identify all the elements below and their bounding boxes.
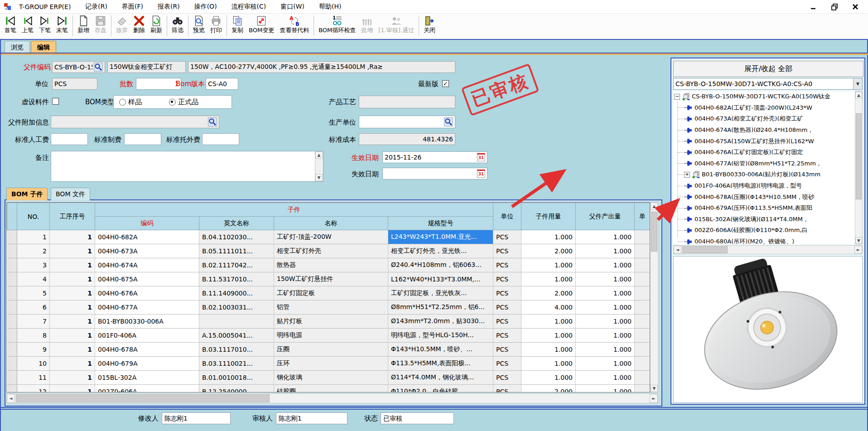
table-row[interactable]: 31004H0-674AB.02.1117042...散热器Ø240.4*H10… xyxy=(7,258,651,272)
table-row[interactable]: 111015BL-302AB.01.0010018...钢化玻璃Ø114*T4.… xyxy=(7,371,651,385)
table-cell[interactable]: PCS xyxy=(493,385,521,393)
remark-textarea[interactable]: ▲ ▼ xyxy=(51,151,323,182)
table-cell[interactable] xyxy=(635,385,651,393)
table-cell[interactable]: Φ113.5*H5MM,表面阳极... xyxy=(388,357,493,371)
table-cell[interactable]: 11 xyxy=(17,371,50,385)
table-cell[interactable] xyxy=(635,329,651,343)
tab-bom-files[interactable]: BOM 文件 xyxy=(51,188,90,200)
table-cell[interactable]: B.02.1117042... xyxy=(199,258,274,272)
table-cell[interactable]: 压环 xyxy=(274,357,388,371)
table-cell[interactable]: 001F0-406A xyxy=(95,329,199,343)
table-cell[interactable]: 002Z0-606A xyxy=(95,385,199,393)
table-cell[interactable]: 1 xyxy=(50,286,95,300)
col-header-qty[interactable]: 子件用量 xyxy=(521,203,576,230)
table-cell[interactable] xyxy=(7,258,17,272)
table-row[interactable]: 101004H0-679AB.03.1110021...压环Φ113.5*H5M… xyxy=(7,357,651,371)
scroll-up-icon[interactable]: ▲ xyxy=(651,203,658,210)
table-cell[interactable]: PCS xyxy=(493,371,521,385)
tree-node[interactable]: 004H0-674A(散热器)(Ø240.4*H108mm， xyxy=(673,125,854,136)
table-cell[interactable]: PCS xyxy=(493,230,521,244)
std-labor-field[interactable] xyxy=(51,133,88,145)
tab-bom-children[interactable]: BOM 子件 xyxy=(6,188,48,200)
prod-unit-field[interactable] xyxy=(359,116,455,128)
table-cell[interactable]: 004H0-676A xyxy=(95,286,199,300)
table-cell[interactable]: PCS xyxy=(493,357,521,371)
table-cell[interactable]: Ø143mm*T2.0mm，贴3030... xyxy=(388,315,493,329)
std-outsource-field[interactable] xyxy=(202,133,239,145)
menu-item-5[interactable]: 操作(O) xyxy=(194,3,217,11)
table-cell[interactable]: 2.000 xyxy=(521,385,576,393)
table-cell[interactable] xyxy=(635,286,651,300)
tree-expand-icon[interactable]: + xyxy=(684,172,690,178)
table-cell[interactable]: A.15.0005041... xyxy=(199,329,274,343)
table-cell[interactable]: Ø8mm*H51*T2.25mm，铝6... xyxy=(388,300,493,315)
table-cell[interactable]: B.11.5317010... xyxy=(199,272,274,286)
table-cell[interactable] xyxy=(7,230,17,244)
menu-item-2[interactable]: 记录(R) xyxy=(85,3,107,11)
table-cell[interactable] xyxy=(635,230,651,244)
table-cell[interactable]: 1 xyxy=(50,371,95,385)
table-cell[interactable]: 压圈 xyxy=(274,343,388,357)
toolbar-button-末笔[interactable]: 末笔 xyxy=(53,15,71,34)
tree-node[interactable]: 002Z0-606A(硅胶圈)(Φ110*Φ2.0mm,白 xyxy=(673,225,854,236)
auditor-field[interactable]: 陈志刚1 xyxy=(276,412,347,424)
table-cell[interactable]: 2.000 xyxy=(521,244,576,258)
table-cell[interactable]: 2.000 xyxy=(521,286,576,300)
table-cell[interactable]: 015BL-302A xyxy=(95,371,199,385)
table-cell[interactable] xyxy=(635,315,651,329)
table-cell[interactable]: 004H0-678A xyxy=(95,343,199,357)
table-cell[interactable]: L243*W243*T1.0MM.亚光... xyxy=(388,230,493,244)
table-cell[interactable] xyxy=(7,329,17,343)
tree-node[interactable]: 004H0-682A(工矿灯-顶盖-200W)(L243*W xyxy=(673,102,854,114)
toolbar-button-预览[interactable]: 预览 xyxy=(190,15,207,34)
tree-node[interactable]: 004H0-679A(压环)(Φ113.5*H5MM,表面阳 xyxy=(673,203,854,214)
scroll-up-icon[interactable]: ▲ xyxy=(855,92,862,98)
table-cell[interactable]: 1.000 xyxy=(576,272,635,286)
table-cell[interactable]: 散热器 xyxy=(274,258,388,272)
menu-item-7[interactable]: 窗口(W) xyxy=(280,3,304,11)
table-cell[interactable]: 1 xyxy=(50,385,95,393)
menu-item-6[interactable]: 流程审核(C) xyxy=(231,3,266,11)
table-vscroll-thumb[interactable] xyxy=(651,212,657,252)
radio-formal[interactable] xyxy=(169,99,176,106)
table-vscrollbar[interactable]: ▲ ▼ xyxy=(650,202,658,392)
table-cell[interactable]: 1.000 xyxy=(521,230,576,244)
table-cell[interactable]: B.05.1111011... xyxy=(199,244,274,258)
table-cell[interactable]: 9 xyxy=(17,343,50,357)
table-cell[interactable]: 1 xyxy=(17,230,50,244)
table-cell[interactable]: 1 xyxy=(50,230,95,244)
table-cell[interactable]: 相变工矿灯外壳 xyxy=(274,244,388,258)
table-cell[interactable]: 明纬电源，型号HLG-150H... xyxy=(388,329,493,343)
batch-field[interactable]: 1 xyxy=(136,78,181,90)
effective-date-field[interactable]: 2015-11-26 31 xyxy=(382,151,487,163)
scroll-down-icon[interactable]: ▼ xyxy=(315,174,323,181)
tree-node[interactable]: 004H0-675A(150W工矿灯悬挂件)(L162*W xyxy=(673,136,854,147)
toolbar-button-首笔[interactable]: 首笔 xyxy=(2,15,19,34)
table-cell[interactable]: 贴片灯板 xyxy=(274,315,388,329)
modifier-field[interactable]: 陈志刚1 xyxy=(162,412,231,424)
table-cell[interactable]: 1 xyxy=(50,258,95,272)
radio-sample[interactable] xyxy=(119,99,126,106)
table-cell[interactable] xyxy=(7,371,17,385)
table-cell[interactable]: 1.000 xyxy=(576,315,635,329)
toolbar-button-BOM循环检查[interactable]: 1BOM循环检查 xyxy=(316,15,358,34)
table-cell[interactable] xyxy=(7,315,17,329)
virtual-part-checkbox[interactable] xyxy=(52,98,59,105)
table-cell[interactable]: B.03.1110021... xyxy=(199,357,274,371)
menu-item-8[interactable]: 帮助(H) xyxy=(319,3,341,11)
table-cell[interactable]: B.04.1102030... xyxy=(199,230,274,244)
table-cell[interactable]: 1.000 xyxy=(521,315,576,329)
table-row[interactable]: 91004H0-678AB.03.1117010...压圈Φ143*H10.5M… xyxy=(7,343,651,357)
table-cell[interactable]: 相变工矿灯外壳，亚光铁... xyxy=(388,244,493,258)
toolbar-button-新增[interactable]: 新增 xyxy=(75,15,92,34)
table-cell[interactable]: B.03.1117010... xyxy=(199,343,274,357)
menu-item-3[interactable]: 界面(F) xyxy=(122,3,143,11)
table-row[interactable]: 11004H0-682AB.04.1102030...工矿灯-顶盖-200WL2… xyxy=(7,230,651,244)
table-cell[interactable]: 1.000 xyxy=(576,230,635,244)
menu-item-1[interactable]: T-GROUP ERP(E) xyxy=(19,3,71,10)
table-cell[interactable]: 4 xyxy=(17,272,50,286)
remark-scrollbar[interactable]: ▲ ▼ xyxy=(315,151,323,181)
table-cell[interactable]: B.02.1003031... xyxy=(199,300,274,315)
table-cell[interactable]: 150W工矿灯悬挂件 xyxy=(274,272,388,286)
table-cell[interactable]: 工矿灯固定板，亚光铁灰... xyxy=(388,286,493,300)
